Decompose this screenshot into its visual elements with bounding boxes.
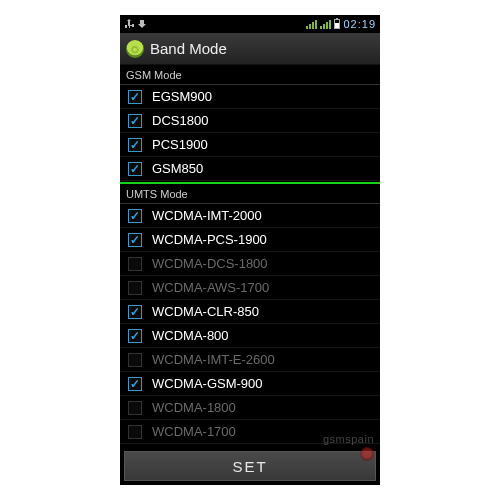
checkbox[interactable] (128, 233, 142, 247)
band-row[interactable]: DCS1800 (120, 109, 380, 133)
band-row: WCDMA-1800 (120, 396, 380, 420)
clock: 02:19 (343, 18, 376, 30)
band-row[interactable]: WCDMA-CLR-850 (120, 300, 380, 324)
watermark-icon (360, 447, 374, 461)
checkbox[interactable] (128, 209, 142, 223)
checkbox[interactable] (128, 114, 142, 128)
band-row[interactable]: PCS1900 (120, 133, 380, 157)
band-label: GSM850 (152, 161, 203, 176)
checkbox[interactable] (128, 305, 142, 319)
band-label: WCDMA-800 (152, 328, 229, 343)
checkbox (128, 257, 142, 271)
band-row[interactable]: WCDMA-IMT-2000 (120, 204, 380, 228)
checkbox (128, 353, 142, 367)
section-header: GSM Mode (120, 65, 380, 85)
band-row[interactable]: GSM850 (120, 157, 380, 181)
checkbox (128, 401, 142, 415)
watermark-text: gsmspain (323, 433, 374, 445)
checkbox[interactable] (128, 329, 142, 343)
checkbox[interactable] (128, 377, 142, 391)
band-label: WCDMA-1700 (152, 424, 236, 439)
band-label: WCDMA-CLR-850 (152, 304, 259, 319)
band-row: WCDMA-AWS-1700 (120, 276, 380, 300)
page-title: Band Mode (150, 40, 227, 57)
band-label: WCDMA-IMT-2000 (152, 208, 262, 223)
checkbox[interactable] (128, 138, 142, 152)
section-header: UMTS Mode (120, 184, 380, 204)
set-button[interactable]: SET (124, 451, 376, 481)
band-label: WCDMA-PCS-1900 (152, 232, 267, 247)
battery-icon (334, 19, 340, 29)
usb-icon (124, 19, 134, 29)
checkbox[interactable] (128, 162, 142, 176)
checkbox[interactable] (128, 90, 142, 104)
band-row[interactable]: WCDMA-800 (120, 324, 380, 348)
set-button-label: SET (232, 458, 267, 475)
band-label: DCS1800 (152, 113, 208, 128)
band-row[interactable]: WCDMA-GSM-900 (120, 372, 380, 396)
band-row: WCDMA-DCS-1800 (120, 252, 380, 276)
band-label: EGSM900 (152, 89, 212, 104)
signal-icon (306, 20, 317, 29)
band-label: WCDMA-AWS-1700 (152, 280, 269, 295)
band-label: WCDMA-GSM-900 (152, 376, 263, 391)
band-row: WCDMA-IMT-E-2600 (120, 348, 380, 372)
band-label: WCDMA-IMT-E-2600 (152, 352, 275, 367)
band-row[interactable]: EGSM900 (120, 85, 380, 109)
checkbox (128, 281, 142, 295)
phone-screen: 02:19 Band Mode GSM ModeEGSM900DCS1800PC… (120, 15, 380, 485)
title-bar: Band Mode (120, 33, 380, 65)
band-row[interactable]: WCDMA-PCS-1900 (120, 228, 380, 252)
band-label: WCDMA-1800 (152, 400, 236, 415)
band-list: GSM ModeEGSM900DCS1800PCS1900GSM850UMTS … (120, 65, 380, 451)
checkbox (128, 425, 142, 439)
download-icon (137, 19, 147, 29)
band-label: PCS1900 (152, 137, 208, 152)
status-bar: 02:19 (120, 15, 380, 33)
signal-icon (320, 20, 331, 29)
band-label: WCDMA-DCS-1800 (152, 256, 268, 271)
android-icon (126, 40, 144, 58)
